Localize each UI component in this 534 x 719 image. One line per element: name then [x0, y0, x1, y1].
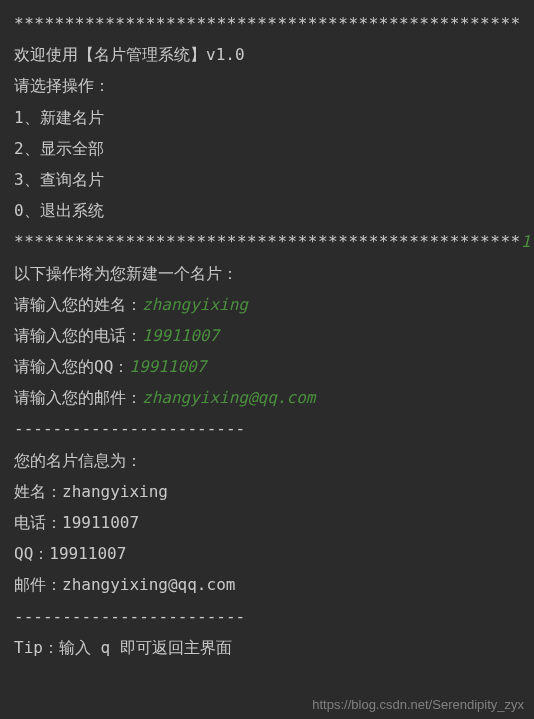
welcome-title: 欢迎使用【名片管理系统】v1.0	[14, 39, 520, 70]
email-prompt-label: 请输入您的邮件：	[14, 388, 142, 407]
card-info-header: 您的名片信息为：	[14, 445, 520, 476]
prompt-select: 请选择操作：	[14, 70, 520, 101]
dash-line-2: ------------------------	[14, 601, 520, 632]
separator-bottom: ****************************************…	[14, 232, 521, 251]
separator-top: ****************************************…	[14, 8, 520, 39]
email-input[interactable]: zhangyixing@qq.com	[142, 388, 315, 407]
card-qq: QQ：19911007	[14, 538, 520, 569]
name-input[interactable]: zhangyixing	[142, 295, 248, 314]
email-prompt-row: 请输入您的邮件：zhangyixing@qq.com	[14, 382, 520, 413]
dash-line-1: ------------------------	[14, 413, 520, 444]
name-prompt-row: 请输入您的姓名：zhangyixing	[14, 289, 520, 320]
menu-item-1: 1、新建名片	[14, 102, 520, 133]
phone-input[interactable]: 19911007	[142, 326, 219, 345]
card-email: 邮件：zhangyixing@qq.com	[14, 569, 520, 600]
menu-item-2: 2、显示全部	[14, 133, 520, 164]
qq-input[interactable]: 19911007	[129, 357, 206, 376]
name-prompt-label: 请输入您的姓名：	[14, 295, 142, 314]
separator-bottom-row: ****************************************…	[14, 226, 520, 257]
menu-item-0: 0、退出系统	[14, 195, 520, 226]
create-intro: 以下操作将为您新建一个名片：	[14, 258, 520, 289]
phone-prompt-label: 请输入您的电话：	[14, 326, 142, 345]
menu-choice-input[interactable]: 1	[521, 232, 531, 251]
tip-line: Tip：输入 q 即可返回主界面	[14, 632, 520, 663]
card-name: 姓名：zhangyixing	[14, 476, 520, 507]
qq-prompt-label: 请输入您的QQ：	[14, 357, 129, 376]
phone-prompt-row: 请输入您的电话：19911007	[14, 320, 520, 351]
card-phone: 电话：19911007	[14, 507, 520, 538]
qq-prompt-row: 请输入您的QQ：19911007	[14, 351, 520, 382]
watermark: https://blog.csdn.net/Serendipity_zyx	[312, 698, 524, 711]
menu-item-3: 3、查询名片	[14, 164, 520, 195]
